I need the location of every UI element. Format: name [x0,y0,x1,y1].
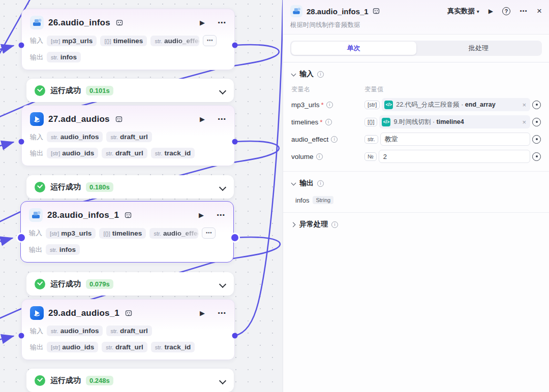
required-mark: * [321,101,324,109]
output-tag: str.infos [46,244,80,255]
reference-value-field[interactable]: 9.时间线切割 · timeline4 × [379,115,530,128]
remove-icon[interactable]: × [522,118,526,126]
edge-long-curve [235,0,283,336]
tab-batch[interactable]: 批处理 [416,42,541,55]
run-node-button[interactable]: ▶ [489,8,493,15]
input-row-audio-effect: audio_effect str. 教堂 [291,133,541,146]
tab-single-run[interactable]: 单次 [291,42,416,55]
output-item: infos String [291,196,541,204]
chevron-down-icon[interactable] [220,281,226,287]
inputs-label: 输入 [30,326,43,336]
info-icon[interactable] [326,102,333,108]
value-input[interactable]: 教堂 [380,133,530,146]
success-check-icon [35,279,45,289]
node-29-add-audios-1[interactable]: 29.add_audios_1 ▶ ⋯ 输入 str.audio_infos s… [21,299,235,360]
node-run-icon[interactable]: ▶ [200,19,205,26]
exception-section-header[interactable]: 异常处理 [291,220,541,229]
section-title: 输入 [299,70,314,79]
variable-name: mp3_urls [291,101,320,109]
run-status-bar[interactable]: 运行成功 0.079s [26,272,234,296]
outputs-label: 输出 [30,149,43,158]
status-text: 运行成功 [50,376,81,385]
plugin-badge-icon [115,116,123,123]
edge-into-node29 [0,336,13,341]
add-audios-node-icon [30,306,44,320]
output-tag: str.track_id [151,148,195,158]
help-icon[interactable]: ? [502,7,510,15]
node-title: 26.audio_infos [48,18,110,28]
locate-node-icon[interactable] [532,152,541,161]
info-icon[interactable] [316,153,323,160]
run-status-bar[interactable]: 运行成功 0.248s [26,369,234,392]
info-icon[interactable] [331,136,338,143]
duration-badge: 0.180s [86,182,113,192]
remove-icon[interactable]: × [522,101,526,109]
inputs-label: 输入 [29,228,42,238]
section-title: 异常处理 [299,220,328,229]
code-icon [382,118,390,126]
info-icon[interactable] [331,221,338,228]
locate-node-icon[interactable] [532,101,541,109]
edge-into-node26 [0,46,13,51]
duration-badge: 0.248s [86,376,113,385]
value-input[interactable]: 2 [379,150,530,163]
node-run-icon[interactable]: ▶ [200,309,205,317]
locate-node-icon[interactable] [532,135,541,144]
input-tag: str.audio_effect [149,228,198,239]
panel-title: 28.audio_infos_1 [307,7,369,16]
output-name: infos [295,197,309,204]
input-row-volume: volume № 2 [291,150,541,163]
node-27-add-audios[interactable]: 27.add_audios ▶ ⋯ 输入 str.audio_infos str… [21,105,235,166]
node-menu-icon[interactable]: ⋯ [218,308,226,318]
input-tag: str.audio_effect [150,36,199,46]
audio-infos-node-icon [30,16,44,29]
data-mode-dropdown[interactable]: 真实数据 ▾ [447,7,479,16]
output-section-header[interactable]: 输出 [291,179,541,188]
node-26-audio-infos[interactable]: 26.audio_infos ▶ ⋯ 输入 [str]mp3_urls [{}]… [21,9,235,70]
input-section-header[interactable]: 输入 [291,70,541,79]
input-tag: [str]mp3_urls [46,228,96,239]
node-menu-icon[interactable]: ⋯ [217,210,225,220]
node-28-audio-infos-1[interactable]: 28.audio_infos_1 ▶ ⋯ 输入 [str]mp3_urls [{… [20,201,234,263]
column-variable-value: 变量值 [364,85,541,94]
output-tag: [str]audio_ids [47,342,98,352]
node-run-icon[interactable]: ▶ [200,115,205,123]
edge-into-node27 [0,142,13,148]
more-inputs-button[interactable]: ⋯ [203,35,217,46]
info-icon[interactable] [325,119,332,125]
node-menu-icon[interactable]: ⋯ [218,114,226,124]
plugin-badge-icon [116,19,123,26]
info-icon[interactable] [317,71,324,78]
info-icon[interactable] [317,180,324,187]
chevron-right-icon [291,222,296,227]
variable-name: volume [291,153,314,160]
add-audios-node-icon [30,112,44,126]
plugin-badge-icon [373,8,380,15]
output-tag: str.draft_url [102,342,147,352]
more-inputs-button[interactable]: ⋯ [202,227,216,239]
duration-badge: 0.079s [86,279,113,289]
chevron-down-icon[interactable] [220,88,226,93]
chevron-down-icon[interactable] [220,378,226,383]
required-mark: * [320,118,322,126]
status-text: 运行成功 [50,182,81,192]
success-check-icon [35,375,45,386]
run-status-bar[interactable]: 运行成功 0.101s [26,79,234,102]
panel-subtitle: 根据时间线制作音频数据 [290,21,542,29]
chevron-down-icon [291,181,296,186]
type-chip: str. [364,135,378,144]
run-status-bar[interactable]: 运行成功 0.180s [26,175,234,199]
panel-menu-icon[interactable]: ⋯ [520,7,528,16]
node-menu-icon[interactable]: ⋯ [218,18,226,27]
reference-value-field[interactable]: 22.代码_分成三段音频 · end_array × [382,98,530,111]
edge-into-node28 [0,238,12,243]
column-variable-name: 变量名 [291,85,364,94]
chevron-down-icon[interactable] [220,184,226,190]
node-run-icon[interactable]: ▶ [199,211,204,219]
audio-infos-node-icon [29,208,43,222]
input-tag: str.draft_url [106,132,151,142]
output-tag: str.track_id [151,342,195,352]
close-icon[interactable]: × [537,6,542,16]
locate-node-icon[interactable] [532,118,541,126]
workflow-canvas[interactable]: 26.audio_infos ▶ ⋯ 输入 [str]mp3_urls [{}]… [0,0,283,392]
